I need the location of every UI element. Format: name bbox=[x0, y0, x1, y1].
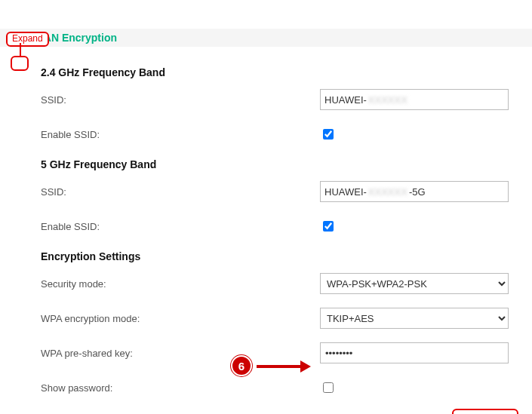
row-security-mode: Security mode: WPA-PSK+WPA2-PSK bbox=[41, 273, 532, 294]
row-enable-ssid-24: Enable SSID: bbox=[41, 124, 532, 145]
label-enable-ssid-24: Enable SSID: bbox=[41, 129, 320, 140]
row-ssid-5: SSID: HUAWEI- XXXXXX -5G bbox=[41, 181, 532, 202]
ssid-24-input[interactable] bbox=[320, 89, 509, 110]
enable-ssid-5-checkbox[interactable] bbox=[323, 221, 334, 232]
label-security-mode: Security mode: bbox=[41, 278, 320, 290]
ssid-5-input[interactable] bbox=[320, 181, 509, 202]
label-ssid-5: SSID: bbox=[41, 186, 320, 198]
settings-content: 2.4 GHz Frequency Band SSID: HUAWEI- XXX… bbox=[0, 47, 532, 398]
label-psk: WPA pre-shared key: bbox=[41, 348, 320, 359]
step-badge-6: 6 bbox=[231, 355, 252, 376]
wpa-mode-select[interactable]: TKIP+AES bbox=[320, 308, 509, 329]
expand-highlight-box bbox=[11, 56, 29, 71]
row-show-password: Show password: bbox=[41, 377, 532, 398]
annotation-connector bbox=[20, 43, 21, 56]
psk-input[interactable] bbox=[320, 342, 509, 363]
show-password-checkbox[interactable] bbox=[323, 382, 334, 393]
section-header[interactable]: WLAN Encryption bbox=[0, 29, 532, 47]
expand-annotation-label: Expand bbox=[6, 32, 49, 47]
step-arrow bbox=[257, 363, 311, 370]
row-enable-ssid-5: Enable SSID: bbox=[41, 216, 532, 237]
security-mode-select[interactable]: WPA-PSK+WPA2-PSK bbox=[320, 273, 509, 294]
enable-ssid-24-checkbox[interactable] bbox=[323, 129, 334, 140]
label-ssid-24: SSID: bbox=[41, 94, 320, 106]
row-ssid-24: SSID: HUAWEI- XXXXXX bbox=[41, 89, 532, 110]
label-show-password: Show password: bbox=[41, 382, 320, 394]
heading-encryption: Encryption Settings bbox=[41, 250, 532, 262]
label-enable-ssid-5: Enable SSID: bbox=[41, 221, 320, 232]
heading-24ghz: 2.4 GHz Frequency Band bbox=[41, 66, 532, 78]
row-wpa-mode: WPA encryption mode: TKIP+AES bbox=[41, 308, 532, 329]
label-wpa-mode: WPA encryption mode: bbox=[41, 313, 320, 324]
heading-5ghz: 5 GHz Frequency Band bbox=[41, 158, 532, 170]
row-psk: WPA pre-shared key: bbox=[41, 342, 532, 363]
